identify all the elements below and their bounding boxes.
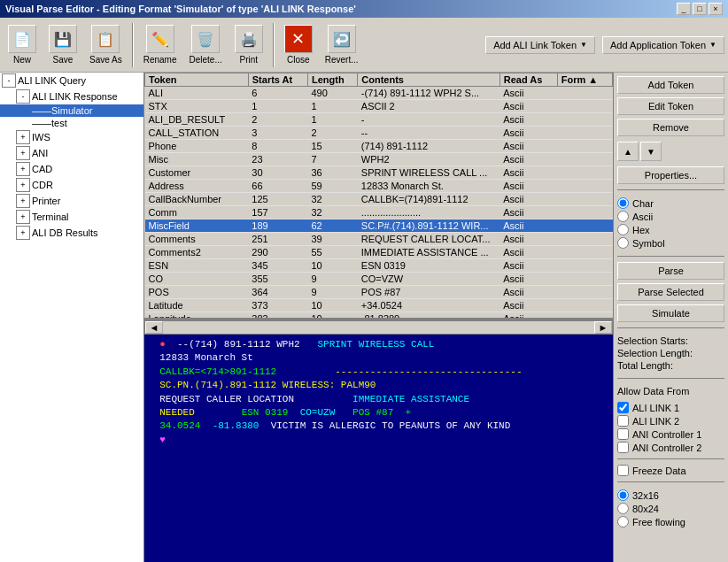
table-row[interactable]: Comments229055IMMEDIATE ASSISTANCE ...As… <box>145 246 613 259</box>
sidebar-item-cdr[interactable]: + CDR <box>0 177 143 193</box>
radio-symbol[interactable] <box>617 237 629 249</box>
expand-cad[interactable]: + <box>16 162 30 176</box>
table-row[interactable]: Address665912833 Monarch St.Ascii <box>145 180 613 193</box>
parse-selected-button[interactable]: Parse Selected <box>617 283 724 301</box>
radio-80x24[interactable] <box>617 503 629 514</box>
expand-ani[interactable]: + <box>16 146 30 160</box>
properties-button[interactable]: Properties... <box>617 166 724 184</box>
rename-button[interactable]: ✏️ Rename <box>139 22 182 67</box>
sidebar-item-simulator[interactable]: ——Simulator <box>0 104 143 117</box>
maximize-button[interactable]: □ <box>693 3 707 15</box>
save-icon: 💾 <box>49 25 77 53</box>
text-display: ● --(714) 891-1112 WPH2 SPRINT WIRELESS … <box>144 335 613 562</box>
tree-label-printer: Printer <box>32 196 60 206</box>
title-bar-buttons[interactable]: _ □ × <box>677 3 723 15</box>
sidebar-item-ali-link-query[interactable]: - ALI LINK Query <box>0 73 143 89</box>
table-row[interactable]: Comments25139REQUEST CALLER LOCAT...Asci… <box>145 233 613 246</box>
close-window-button[interactable]: × <box>709 3 723 15</box>
table-row[interactable]: CO3559CO=VZWAscii <box>145 273 613 286</box>
checkbox-ali2-label[interactable]: ALI LINK 2 <box>617 415 724 427</box>
table-row[interactable]: Phone815(714) 891-1112Ascii <box>145 140 613 153</box>
table-row[interactable]: POS3649POS #87Ascii <box>145 286 613 299</box>
add-ali-link-token-button[interactable]: Add ALI Link Token ▼ <box>485 36 595 54</box>
minimize-button[interactable]: _ <box>677 3 691 15</box>
simulate-button[interactable]: Simulate <box>617 304 724 322</box>
divider-1 <box>617 189 724 190</box>
sidebar-item-printer[interactable]: + Printer <box>0 193 143 209</box>
sidebar-item-ali-link-response[interactable]: - ALI LINK Response <box>0 89 143 104</box>
col-length: Length <box>307 73 357 87</box>
radio-free-flowing-label[interactable]: Free flowing <box>617 516 724 527</box>
sidebar-item-ali-db-results[interactable]: + ALI DB Results <box>0 225 143 241</box>
table-row[interactable]: ALI_DB_RESULT21-Ascii <box>145 113 613 127</box>
radio-char[interactable] <box>617 197 629 209</box>
radio-symbol-label[interactable]: Symbol <box>617 237 724 249</box>
new-button[interactable]: 📄 New <box>4 22 41 67</box>
horizontal-scrollbar[interactable]: ◄ ► <box>144 320 613 335</box>
table-row[interactable]: MiscField18962SC.P#.(714).891-1112 WIR..… <box>145 219 613 233</box>
add-application-token-button[interactable]: Add Application Token ▼ <box>602 36 724 54</box>
parse-button[interactable]: Parse <box>617 262 724 280</box>
checkbox-ani2[interactable] <box>617 442 629 453</box>
sidebar-item-test[interactable]: ——test <box>0 117 143 129</box>
expand-cdr[interactable]: + <box>16 178 30 192</box>
expand-printer[interactable]: + <box>16 194 30 208</box>
close-button[interactable]: ✕ Close <box>280 22 317 67</box>
move-down-button[interactable]: ▼ <box>640 142 662 161</box>
checkbox-ani1-label[interactable]: ANI Controller 1 <box>617 428 724 440</box>
table-row[interactable]: ESN34510ESN 0319Ascii <box>145 259 613 273</box>
freeze-data-label[interactable]: Freeze Data <box>617 465 724 476</box>
revert-button[interactable]: ↩️ Revert... <box>321 22 363 67</box>
table-row[interactable]: Longitude38310-81.8380Ascii <box>145 312 613 321</box>
expand-terminal[interactable]: + <box>16 210 30 224</box>
delete-button[interactable]: 🗑️ Delete... <box>185 22 227 67</box>
radio-32x16[interactable] <box>617 489 629 501</box>
add-token-button[interactable]: Add Token <box>617 76 724 94</box>
sidebar-item-ani[interactable]: + ANI <box>0 145 143 161</box>
table-row[interactable]: Latitude37310+34.0524Ascii <box>145 299 613 312</box>
expand-ali-link-response[interactable]: - <box>16 89 30 104</box>
table-row[interactable]: CallBackNumber12532CALLBK=(714)891-1112A… <box>145 193 613 206</box>
table-row[interactable]: Customer3036SPRINT WIRELESS CALL ...Asci… <box>145 166 613 180</box>
scroll-left-button[interactable]: ◄ <box>145 321 163 334</box>
checkbox-ani2-text: ANI Controller 2 <box>632 443 701 453</box>
radio-32x16-label[interactable]: 32x16 <box>617 489 724 501</box>
table-row[interactable]: CALL_STATION32--Ascii <box>145 127 613 140</box>
scroll-right-button[interactable]: ► <box>594 321 612 334</box>
token-table: Token Starts At Length Contents Read As … <box>144 73 613 320</box>
remove-button[interactable]: Remove <box>617 119 724 136</box>
token-table-container[interactable]: Token Starts At Length Contents Read As … <box>144 73 613 320</box>
checkbox-ali2[interactable] <box>617 415 629 427</box>
checkbox-ali1-label[interactable]: ALI LINK 1 <box>617 402 724 413</box>
radio-80x24-label[interactable]: 80x24 <box>617 503 724 514</box>
up-down-buttons: ▲ ▼ <box>617 142 724 161</box>
expand-iws[interactable]: + <box>16 130 30 144</box>
radio-hex-text: Hex <box>632 225 650 235</box>
radio-hex-label[interactable]: Hex <box>617 224 724 235</box>
table-row[interactable]: Misc237WPH2Ascii <box>145 153 613 166</box>
sidebar-item-terminal[interactable]: + Terminal <box>0 209 143 225</box>
checkbox-ani1[interactable] <box>617 428 629 440</box>
selection-info: Selection Starts: Selection Length: Tota… <box>617 334 724 373</box>
expand-ali-link-query[interactable]: - <box>2 73 16 88</box>
checkbox-ani2-label[interactable]: ANI Controller 2 <box>617 442 724 453</box>
sidebar-item-iws[interactable]: + IWS <box>0 129 143 145</box>
table-row[interactable]: Comm15732......................Ascii <box>145 206 613 219</box>
divider-3 <box>617 327 724 328</box>
edit-token-button[interactable]: Edit Token <box>617 97 724 115</box>
radio-ascii[interactable] <box>617 211 629 222</box>
expand-ali-db-results[interactable]: + <box>16 226 30 240</box>
move-up-button[interactable]: ▲ <box>617 142 639 161</box>
radio-char-label[interactable]: Char <box>617 197 724 209</box>
radio-free-flowing[interactable] <box>617 516 629 527</box>
freeze-data-checkbox[interactable] <box>617 465 629 476</box>
save-button[interactable]: 💾 Save <box>44 22 81 67</box>
checkbox-ali1[interactable] <box>617 402 629 413</box>
print-button[interactable]: 🖨️ Print <box>230 22 267 67</box>
sidebar-item-cad[interactable]: + CAD <box>0 161 143 177</box>
radio-hex[interactable] <box>617 224 629 235</box>
table-row[interactable]: ALI6490-(714) 891-1112 WPH2 S...Ascii <box>145 87 613 100</box>
save-as-button[interactable]: 📋 Save As <box>85 22 127 67</box>
table-row[interactable]: STX11ASCII 2Ascii <box>145 100 613 113</box>
radio-ascii-label[interactable]: Ascii <box>617 211 724 222</box>
